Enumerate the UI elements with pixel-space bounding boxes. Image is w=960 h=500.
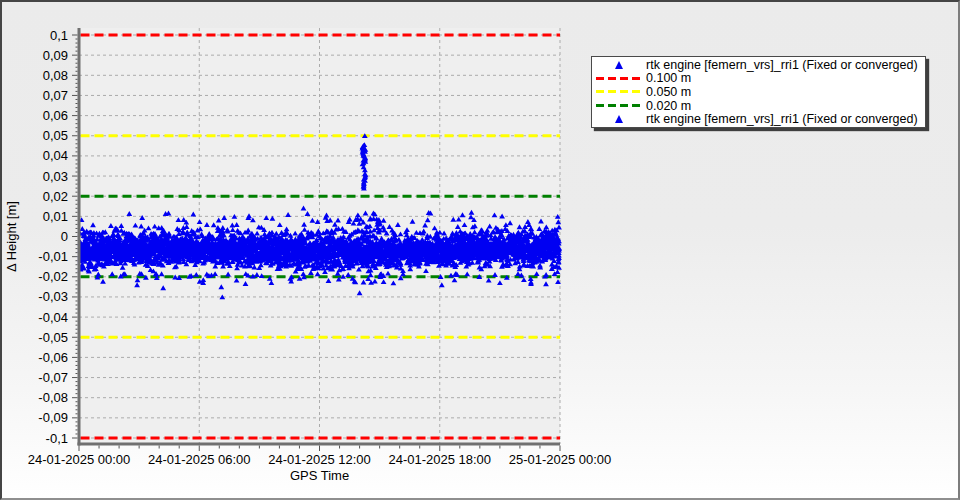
y-tick-label: 0,02: [43, 189, 68, 204]
legend-marker: [592, 115, 646, 123]
legend-item: 0.100 m: [592, 72, 925, 86]
y-tick-label: -0,05: [38, 330, 68, 345]
x-tick-label: 24-01-2025 18:00: [388, 452, 491, 467]
legend-dash-line-icon: [596, 104, 642, 107]
x-tick-label: 25-01-2025 00:00: [509, 452, 612, 467]
legend-marker: [592, 104, 646, 107]
legend-marker: [592, 77, 646, 80]
legend-item-label: rtk engine [femern_vrs]_rri1 (Fixed or c…: [646, 112, 918, 126]
legend-dash-line-icon: [596, 90, 642, 93]
y-tick-label: -0,07: [38, 370, 68, 385]
y-tick-label: 0,06: [43, 108, 68, 123]
y-tick-label: -0,08: [38, 390, 68, 405]
x-axis-title: GPS Time: [290, 468, 349, 483]
y-tick-label: -0,04: [38, 310, 68, 325]
y-tick-label: 0,01: [43, 209, 68, 224]
legend-item: rtk engine [femern_vrs]_rri1 (Fixed or c…: [592, 58, 925, 72]
legend-item-label: rtk engine [femern_vrs]_rri1 (Fixed or c…: [646, 58, 918, 72]
y-tick-label: 0,04: [43, 148, 68, 163]
y-tick-label: -0,03: [38, 289, 68, 304]
legend-dash-line-icon: [596, 77, 642, 80]
legend-marker: [592, 61, 646, 69]
legend-item: rtk engine [femern_vrs]_rri1 (Fixed or c…: [592, 112, 925, 126]
application-window: 0,10,090,080,070,060,050,040,030,020,010…: [0, 0, 960, 500]
legend-item: 0.020 m: [592, 99, 925, 113]
legend: rtk engine [femern_vrs]_rri1 (Fixed or c…: [591, 56, 926, 128]
x-tick-label: 24-01-2025 00:00: [28, 452, 131, 467]
legend-marker: [592, 90, 646, 93]
y-tick-label: 0,1: [50, 28, 68, 43]
y-tick-label: -0,09: [38, 410, 68, 425]
legend-triangle-marker-icon: [615, 115, 623, 123]
y-tick-label: 0,09: [43, 48, 68, 63]
y-tick-label: -0,02: [38, 269, 68, 284]
legend-item-label: 0.050 m: [646, 85, 691, 99]
legend-item-label: 0.020 m: [646, 99, 691, 113]
legend-item-label: 0.100 m: [646, 71, 691, 85]
y-tick-label: -0,06: [38, 350, 68, 365]
y-tick-label: -0,01: [38, 249, 68, 264]
y-axis-title: Δ Height [m]: [4, 201, 19, 272]
y-tick-label: 0,08: [43, 68, 68, 83]
y-tick-label: 0,07: [43, 88, 68, 103]
legend-item: 0.050 m: [592, 85, 925, 99]
x-tick-label: 24-01-2025 12:00: [268, 452, 371, 467]
y-tick-label: -0,1: [46, 431, 68, 446]
y-tick-label: 0,03: [43, 169, 68, 184]
y-tick-label: 0: [61, 229, 68, 244]
y-tick-label: 0,05: [43, 128, 68, 143]
x-tick-label: 24-01-2025 06:00: [148, 452, 251, 467]
legend-triangle-marker-icon: [615, 61, 623, 69]
